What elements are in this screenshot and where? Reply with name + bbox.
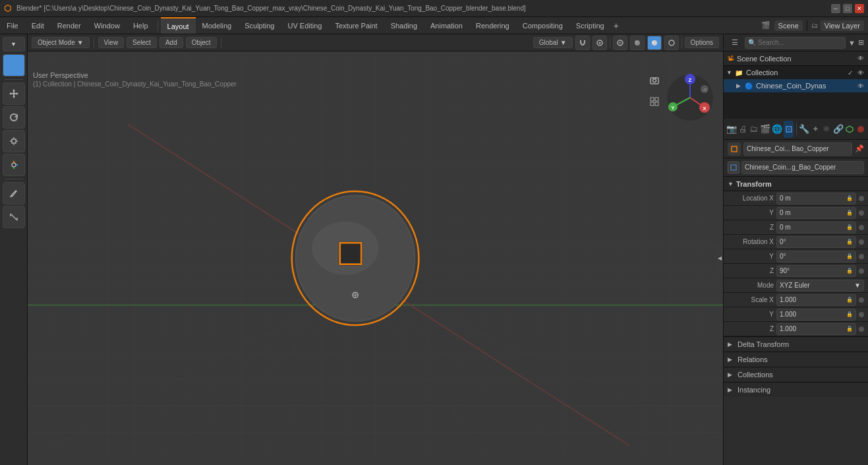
material-preview-button[interactable] (630, 36, 645, 50)
relations-header[interactable]: ▶ Relations (724, 352, 868, 367)
object-data-props-icon[interactable] (845, 121, 855, 138)
tab-texture-paint[interactable]: Texture Paint (328, 17, 384, 34)
select-menu-button[interactable]: Select (127, 37, 157, 48)
add-menu-button[interactable]: Add (159, 37, 183, 48)
particles-props-icon[interactable]: ✦ (811, 121, 821, 138)
keyframe-z-dot[interactable] (859, 225, 864, 230)
scene-collection-visible-icon[interactable]: 👁 (857, 55, 864, 62)
menu-help[interactable]: Help (127, 17, 155, 34)
tab-sculpting[interactable]: Sculpting (238, 17, 281, 34)
output-props-icon[interactable]: 🖨 (738, 121, 748, 138)
tab-layout[interactable]: Layout (161, 17, 196, 34)
object-menu-button[interactable]: Object (186, 37, 217, 48)
move-tool-button[interactable] (3, 82, 25, 105)
outliner-search-input[interactable] (758, 39, 842, 46)
tree-item-chinese-coin[interactable]: ▶ 🔵 Chinese_Coin_Dynas 👁 (724, 79, 868, 92)
tab-modeling[interactable]: Modeling (196, 17, 239, 34)
scale-x-field[interactable]: 1.000 🔒 (776, 294, 856, 306)
outliner-menu-icon[interactable]: ☰ (728, 36, 742, 50)
object-props-icon[interactable] (784, 121, 794, 138)
rotation-mode-select[interactable]: XYZ Euler ▼ (776, 280, 864, 292)
keyframe-x-dot[interactable] (859, 196, 864, 201)
filter-icon[interactable]: ▼ (848, 39, 855, 47)
render-mode-button[interactable] (613, 36, 627, 50)
location-y-field[interactable]: 0 m 🔒 (776, 207, 856, 219)
transform-tool-button[interactable] (3, 154, 25, 176)
menu-render[interactable]: Render (51, 17, 88, 34)
menu-file[interactable]: File (0, 17, 25, 34)
scene-props-icon[interactable]: 🎬 (760, 121, 770, 138)
tab-compositing[interactable]: Compositing (516, 17, 569, 34)
object-mode-button[interactable]: Object Mode ▼ (32, 37, 90, 48)
annotate-tool-button[interactable] (3, 182, 25, 204)
rotation-z-field[interactable]: 90° 🔒 (776, 265, 856, 277)
scale-keyframe-z-dot[interactable] (859, 326, 864, 332)
world-props-icon[interactable]: 🌐 (772, 121, 782, 138)
constraints-props-icon[interactable]: 🔗 (833, 121, 844, 138)
svg-rect-19 (580, 40, 581, 42)
rotation-x-field[interactable]: 0° 🔒 (776, 236, 856, 248)
mesh-dropdown-icon[interactable] (728, 162, 739, 173)
options-button[interactable]: Options (685, 37, 719, 48)
tab-uv-editing[interactable]: UV Editing (281, 17, 328, 34)
view-layer-props-icon[interactable]: 🗂 (749, 121, 759, 138)
mode-selector[interactable]: ▼ (3, 37, 25, 51)
view-menu-button[interactable]: View (98, 37, 125, 48)
object-name-field[interactable]: Chinese_Coi... Bao_Copper (743, 142, 852, 156)
tab-animation[interactable]: Animation (424, 17, 469, 34)
minimize-button[interactable]: ─ (831, 4, 840, 13)
scale-keyframe-y-dot[interactable] (859, 312, 864, 317)
scale-keyframe-x-dot[interactable] (859, 297, 864, 303)
navigation-gizmo[interactable]: Z X Y -Y (664, 71, 716, 124)
rotate-tool-button[interactable] (3, 106, 25, 129)
close-button[interactable]: ✕ (855, 4, 864, 13)
grid-icon-button[interactable] (645, 92, 664, 111)
material-props-icon[interactable] (855, 121, 865, 138)
outliner-filter-button[interactable]: ⊞ (858, 38, 864, 47)
snap-magnet-button[interactable] (575, 36, 590, 50)
tab-rendering[interactable]: Rendering (469, 17, 516, 34)
physics-props-icon[interactable]: ⚛ (822, 121, 832, 138)
add-workspace-button[interactable]: + (611, 20, 622, 31)
render-props-icon[interactable]: 📷 (726, 121, 737, 138)
global-transform-button[interactable]: Global▼ (533, 37, 573, 48)
measure-tool-button[interactable] (3, 206, 25, 228)
wireframe-view-button[interactable] (664, 36, 679, 50)
modifier-props-icon[interactable]: 🔧 (799, 121, 809, 138)
rot-keyframe-x-dot[interactable] (859, 239, 864, 245)
collection-eye-icon[interactable]: 👁 (856, 68, 865, 77)
viewport-area[interactable]: Object Mode ▼ View Select Add Object Glo… (28, 34, 723, 465)
keyframe-y-dot[interactable] (859, 210, 864, 216)
menu-window[interactable]: Window (88, 17, 127, 34)
collection-check-icon[interactable]: ✓ (846, 68, 855, 77)
rot-keyframe-y-dot[interactable] (859, 254, 864, 259)
instancing-header[interactable]: ▶ Instancing (724, 383, 868, 397)
location-z-field[interactable]: 0 m 🔒 (776, 222, 856, 233)
scale-tool-button[interactable] (3, 130, 25, 152)
rot-keyframe-z-dot[interactable] (859, 268, 864, 274)
maximize-button[interactable]: □ (843, 4, 852, 13)
pin-button[interactable]: 📌 (855, 144, 864, 153)
delta-transform-header[interactable]: ▶ Delta Transform (724, 337, 868, 352)
tab-shading[interactable]: Shading (384, 17, 424, 34)
tab-scripting[interactable]: Scripting (569, 17, 611, 34)
collections-section: ▶ Collections (724, 367, 868, 382)
coin-eye-icon[interactable]: 👁 (856, 81, 865, 90)
transform-section-header[interactable]: ▼ Transform (724, 177, 868, 191)
cursor-tool-button[interactable] (3, 54, 25, 77)
collapse-panel-button[interactable]: ◀ (716, 242, 723, 275)
menu-edit[interactable]: Edit (25, 17, 51, 34)
viewport-canvas[interactable]: User Perspective (1) Collection | Chines… (28, 51, 723, 465)
scale-z-field[interactable]: 1.000 🔒 (776, 323, 856, 335)
scale-y-field[interactable]: 1.000 🔒 (776, 309, 856, 321)
location-x-field[interactable]: 0 m 🔒 (776, 193, 856, 204)
proportional-edit-button[interactable] (593, 36, 607, 50)
view-layer-value[interactable]: View Layer (821, 20, 864, 31)
scene-value[interactable]: Scene (774, 20, 803, 31)
camera-icon-button[interactable] (645, 71, 664, 90)
rotation-y-field[interactable]: 0° 🔒 (776, 251, 856, 263)
tree-item-collection[interactable]: ▼ 📁 Collection ✓ 👁 (724, 66, 868, 79)
collections-header[interactable]: ▶ Collections (724, 367, 868, 382)
solid-view-button[interactable] (647, 36, 662, 50)
mesh-name-field[interactable]: Chinese_Coin...g_Bao_Copper (741, 161, 864, 174)
